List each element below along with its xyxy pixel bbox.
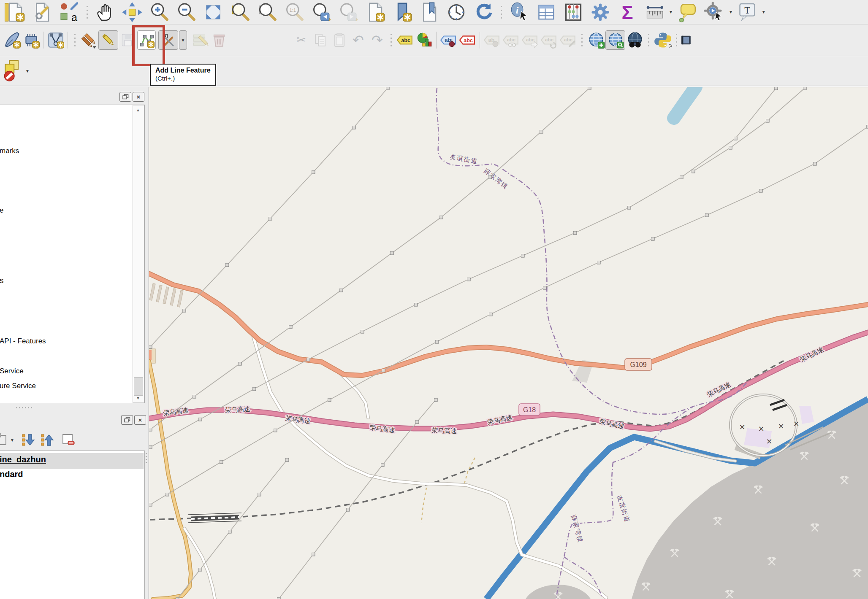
toolbar-grip[interactable] <box>389 32 393 48</box>
pan-to-selection-icon[interactable] <box>119 1 146 23</box>
avoid-intersections-icon[interactable] <box>3 59 24 83</box>
svg-text:×: × <box>793 419 799 428</box>
browser-item-partial-2[interactable]: s <box>0 276 4 285</box>
run-feature-action-icon[interactable] <box>701 1 728 23</box>
browser-scrollbar[interactable]: ▲ ▼ <box>133 105 144 403</box>
undo-icon[interactable]: ↶ <box>349 31 368 49</box>
show-hide-labels-icon[interactable]: abc <box>502 31 521 49</box>
pin-unpin-labels-icon[interactable]: ab <box>483 31 502 49</box>
layer-diagram-icon[interactable] <box>415 31 434 49</box>
temporal-controller-icon[interactable] <box>443 1 470 23</box>
browser-item-bookmarks[interactable]: marks <box>0 147 19 155</box>
scrollbar-thumb[interactable] <box>134 377 143 396</box>
layers-close-button[interactable]: × <box>134 415 146 425</box>
layers-float-button[interactable] <box>121 415 133 425</box>
svg-text:G109: G109 <box>630 361 646 368</box>
collapse-all-icon[interactable] <box>39 432 55 448</box>
text-annotation-icon[interactable]: T <box>734 1 761 23</box>
layout-manager-icon[interactable] <box>29 1 56 23</box>
feature-action-dropdown[interactable]: ▼ <box>729 10 733 14</box>
new-bookmark-icon[interactable] <box>362 1 389 23</box>
zoom-out-icon[interactable] <box>173 1 200 23</box>
measure-icon[interactable] <box>641 1 668 23</box>
toolbar-grip[interactable] <box>85 5 89 20</box>
zoom-native-icon[interactable]: 1:1 <box>281 1 308 23</box>
qms-add-basemap-icon[interactable] <box>586 31 605 49</box>
toolbar-grip[interactable] <box>499 5 503 20</box>
toolbar-row-1: a 1:1 i Σ ▼ ▼ T ▼ <box>0 0 868 24</box>
add-line-feature-button[interactable] <box>137 30 156 50</box>
new-report-icon[interactable] <box>2 1 29 23</box>
show-bookmarks-icon[interactable] <box>389 1 416 23</box>
rotate-label-icon[interactable]: abc <box>540 31 559 49</box>
save-edits-icon[interactable] <box>118 31 137 49</box>
remove-layer-icon[interactable] <box>60 432 76 448</box>
zoom-last-icon[interactable] <box>308 1 335 23</box>
vertex-tool-button[interactable] <box>158 30 178 50</box>
add-group-dropdown[interactable]: ▼ <box>10 438 14 443</box>
pin-labels-icon[interactable]: ab <box>439 31 458 49</box>
plugin-partial-icon[interactable] <box>681 31 691 49</box>
measure-dropdown[interactable]: ▼ <box>669 10 673 14</box>
scrollbar-down-arrow[interactable]: ▼ <box>133 396 143 400</box>
highlight-pinned-labels-icon[interactable]: abc <box>458 31 477 49</box>
copy-features-icon[interactable] <box>311 31 330 49</box>
layer-name-editing[interactable]: ine_dazhun <box>0 455 46 464</box>
browser-item-service-1[interactable]: Service <box>0 367 24 375</box>
new-virtual-layer-icon[interactable] <box>22 31 41 49</box>
qms-search-button[interactable] <box>605 30 625 50</box>
toolbar-separator <box>436 32 437 49</box>
redo-icon[interactable]: ↷ <box>368 31 387 49</box>
layer-labeling-icon[interactable]: abc <box>396 31 415 49</box>
browser-close-button[interactable]: × <box>133 92 144 102</box>
osm-place-search-icon[interactable] <box>625 31 644 49</box>
python-console-icon[interactable]: > <box>653 31 672 49</box>
paste-features-icon[interactable] <box>330 31 349 49</box>
add-group-partial-icon[interactable] <box>0 433 7 446</box>
scrollbar-up-arrow[interactable]: ▲ <box>133 108 143 112</box>
toolbar-grip[interactable] <box>675 32 678 48</box>
zoom-full-icon[interactable] <box>200 1 227 23</box>
delete-selected-icon[interactable] <box>209 31 228 49</box>
browser-tree[interactable]: ▲ ▼ marks e s API - Features Service ure… <box>0 105 145 403</box>
zoom-to-layer-icon[interactable] <box>227 1 254 23</box>
toolbar-grip[interactable] <box>580 32 584 48</box>
browser-float-button[interactable] <box>119 92 131 102</box>
bookmark-manager-icon[interactable] <box>416 1 443 23</box>
change-label-icon[interactable]: abc <box>559 31 578 49</box>
panel-splitter-handle[interactable] <box>15 406 33 409</box>
new-geopackage-layer-icon[interactable] <box>3 31 22 49</box>
toolbar-grip[interactable] <box>73 32 77 48</box>
new-shapefile-layer-icon[interactable] <box>46 31 65 49</box>
pan-map-icon[interactable] <box>92 1 119 23</box>
layer-name-basemap[interactable]: ndard <box>0 469 23 479</box>
style-manager-icon[interactable]: a <box>56 1 83 23</box>
cut-features-icon[interactable]: ✂ <box>292 31 311 49</box>
refresh-icon[interactable] <box>470 1 497 23</box>
processing-toolbox-icon[interactable] <box>587 1 614 23</box>
move-label-icon[interactable]: abc <box>521 31 540 49</box>
browser-item-ogc-api-features[interactable]: API - Features <box>0 337 46 345</box>
attribute-table-icon[interactable] <box>533 1 560 23</box>
map-canvas[interactable]: ××× ×× <box>149 87 868 599</box>
svg-text:a: a <box>71 11 77 23</box>
statistics-icon[interactable]: Σ <box>614 1 641 23</box>
layers-list[interactable]: ine_dazhun ndard <box>0 451 145 599</box>
modify-attributes-icon[interactable] <box>190 31 209 49</box>
toggle-editing-button[interactable] <box>98 30 118 50</box>
identify-features-icon[interactable]: i <box>506 1 533 23</box>
expand-all-icon[interactable] <box>20 432 36 448</box>
toolbar-grip[interactable] <box>647 32 651 48</box>
zoom-in-icon[interactable] <box>146 1 173 23</box>
browser-item-service-2[interactable]: ure Service <box>0 382 36 390</box>
browser-item-partial-1[interactable]: e <box>0 206 3 215</box>
annotation-dropdown[interactable]: ▼ <box>762 10 766 14</box>
current-edits-icon[interactable] <box>79 31 98 49</box>
avoid-intersections-dropdown[interactable]: ▼ <box>25 69 30 73</box>
map-tips-icon[interactable] <box>674 1 701 23</box>
vertex-tool-dropdown[interactable]: ▼ <box>179 30 187 50</box>
zoom-next-icon[interactable] <box>335 1 362 23</box>
field-calculator-icon[interactable] <box>560 1 587 23</box>
zoom-to-selection-icon[interactable] <box>254 1 281 23</box>
layers-splitter-handle[interactable] <box>145 452 148 465</box>
